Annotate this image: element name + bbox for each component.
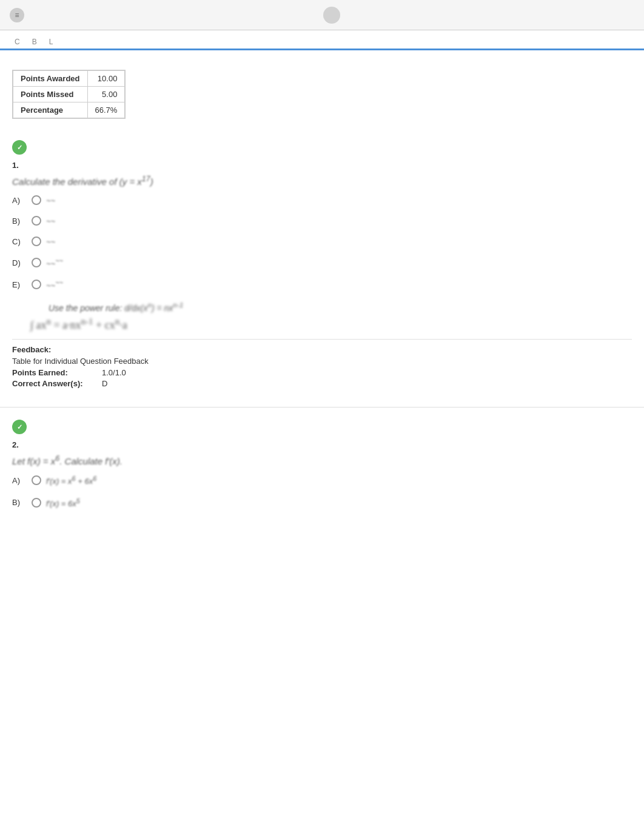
- points-awarded-value: 10.00: [87, 71, 125, 87]
- q1-option-d: D) ~~~~: [12, 257, 632, 268]
- q1-points-earned-row: Points Earned: 1.0/1.0: [12, 368, 632, 377]
- blue-divider: [0, 49, 644, 50]
- q1-correct-answers-row: Correct Answer(s): D: [12, 379, 632, 388]
- percentage-value: 66.7%: [87, 102, 125, 118]
- percentage-label: Percentage: [13, 102, 88, 118]
- points-missed-value: 5.00: [87, 87, 125, 102]
- nav-item-l[interactable]: L: [44, 35, 58, 49]
- q1-option-c: C) ~~: [12, 236, 632, 246]
- points-awarded-row: Points Awarded 10.00: [13, 71, 125, 87]
- q1-option-e: E) ~~~~: [12, 279, 632, 290]
- q1-feedback: Feedback: Table for Individual Question …: [12, 339, 632, 395]
- q2-number: 2.: [12, 440, 632, 449]
- q2-option-b: B) f'(x) = 6x5: [12, 497, 632, 508]
- q1-radio-b[interactable]: [32, 216, 41, 226]
- nav-item-b[interactable]: B: [27, 35, 42, 49]
- nav-area: C B L: [0, 30, 644, 49]
- q1-radio-c[interactable]: [32, 236, 41, 246]
- q1-power-rule-label: Use the power rule: d/dx(xn) = nxn-1: [49, 301, 632, 314]
- score-table: Points Awarded 10.00 Points Missed 5.00 …: [12, 70, 126, 119]
- q1-badge: ✓: [12, 140, 27, 155]
- q1-question-text: Calculate the derivative of (y = x17): [12, 175, 632, 187]
- nav-item-c[interactable]: C: [10, 35, 25, 49]
- q1-radio-e[interactable]: [32, 280, 41, 289]
- q2-radio-b[interactable]: [32, 498, 41, 508]
- top-bar: ≡: [0, 0, 644, 30]
- menu-icon[interactable]: ≡: [10, 8, 24, 22]
- q2-question-text: Let f(x) = x6. Calculate f'(x).: [12, 454, 632, 466]
- q2-option-a: A) f'(x) = x6 + 6x6: [12, 475, 632, 486]
- q1-number: 1.: [12, 161, 632, 170]
- q1-points-earned-label: Points Earned:: [12, 368, 97, 377]
- points-awarded-label: Points Awarded: [13, 71, 88, 87]
- logo-icon: [323, 7, 340, 24]
- q1-feedback-label: Feedback:: [12, 345, 51, 354]
- q1-option-a: A) ~~: [12, 195, 632, 205]
- q1-feedback-table: Table for Individual Question Feedback: [12, 357, 632, 366]
- q1-correct-answers-value: D: [102, 379, 107, 388]
- points-missed-label: Points Missed: [13, 87, 88, 102]
- question-2: ✓ 2. Let f(x) = x6. Calculate f'(x). A) …: [12, 420, 632, 508]
- q2-badge: ✓: [12, 420, 27, 434]
- percentage-row: Percentage 66.7%: [13, 102, 125, 118]
- q2-radio-a[interactable]: [32, 475, 41, 485]
- q1-radio-a[interactable]: [32, 195, 41, 205]
- q1-radio-d[interactable]: [32, 258, 41, 267]
- q1-points-earned-value: 1.0/1.0: [102, 368, 126, 377]
- q1-option-b: B) ~~: [12, 216, 632, 226]
- q1-q2-divider: [0, 407, 644, 407]
- q1-correct-answers-label: Correct Answer(s):: [12, 379, 97, 388]
- q1-formula: ∫ axn = a·nxn-1 + cxn·a: [30, 317, 632, 332]
- question-1: ✓ 1. Calculate the derivative of (y = x1…: [12, 140, 632, 395]
- points-missed-row: Points Missed 5.00: [13, 87, 125, 102]
